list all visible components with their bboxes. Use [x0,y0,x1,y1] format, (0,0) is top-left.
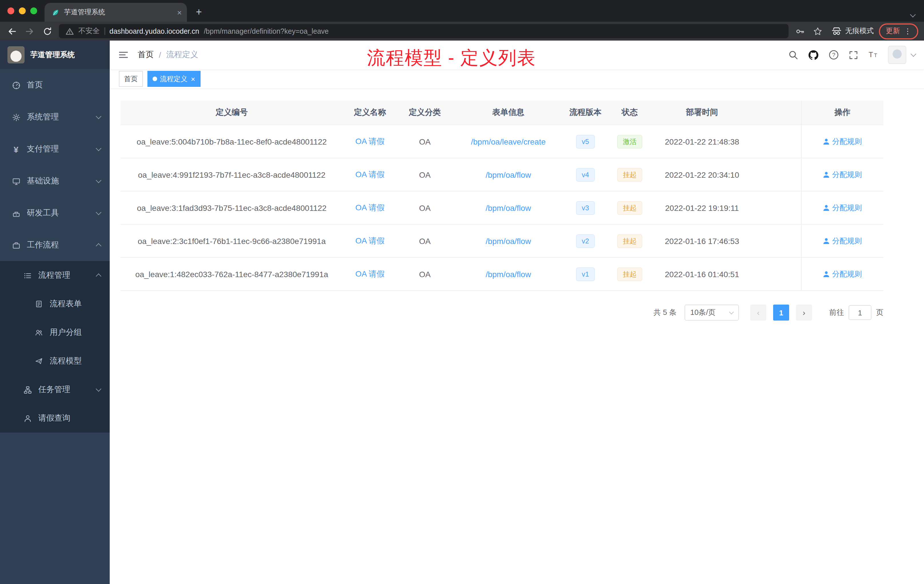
sidebar-item-home[interactable]: 首页 [0,69,110,101]
table-header-row: 定义编号 定义名称 定义分类 表单信息 流程版本 状态 部署时间 操作 [120,101,883,125]
update-button[interactable]: 更新 ⋮ [879,23,918,39]
tag-label: 流程定义 [160,74,187,84]
fullscreen-icon[interactable] [848,50,858,60]
definition-name-link[interactable]: OA 请假 [355,236,385,245]
sidebar-item-process-management[interactable]: 流程管理 [0,261,110,290]
zoom-window-button[interactable] [30,7,37,14]
sidebar-item-infrastructure[interactable]: 基础设施 [0,165,110,197]
active-dot [153,77,157,81]
user-avatar[interactable] [888,46,906,64]
assign-rule-link[interactable]: 分配规则 [823,170,862,180]
tag-close-icon[interactable]: × [191,75,195,82]
address-bar[interactable]: 不安全 dashboard.yudao.iocoder.cn/bpm/manag… [59,24,789,38]
tag-home[interactable]: 首页 [119,71,143,87]
next-page-button[interactable]: › [796,305,812,320]
document-icon [34,300,43,308]
sidebar-item-label: 基础设施 [27,176,90,186]
sidebar-item-workflow[interactable]: 工作流程 [0,229,110,261]
browser-tabstrip: 芋道管理系统 × + [0,0,924,22]
definition-name-link[interactable]: OA 请假 [355,203,385,212]
monitor-icon [12,177,21,185]
gear-icon [12,113,21,121]
avatar-caret-icon[interactable] [911,51,916,57]
col-deploy-time: 部署时间 [653,101,751,125]
sidebar-item-process-form[interactable]: 流程表单 [0,290,110,318]
sidebar-item-payment[interactable]: ¥ 支付管理 [0,133,110,165]
form-info-link[interactable]: /bpm/oa/flow [486,170,531,179]
sidebar-item-label: 流程管理 [38,270,90,280]
page-unit-label: 页 [876,307,883,318]
sidebar-item-system[interactable]: 系统管理 [0,101,110,133]
navbar-actions: ? TT [788,46,916,64]
browser-toolbar: 不安全 dashboard.yudao.iocoder.cn/bpm/manag… [0,22,924,41]
sidebar-item-label: 工作流程 [27,240,90,250]
version-tag: v1 [576,267,594,281]
sidebar-item-label: 用户分组 [50,327,101,338]
sidebar-item-process-model[interactable]: 流程模型 [0,347,110,375]
users-icon [34,328,43,337]
filler-cell [751,158,801,191]
definition-name-link[interactable]: OA 请假 [355,170,385,178]
prev-page-button[interactable]: ‹ [750,305,766,320]
col-definition-id: 定义编号 [120,101,343,125]
sidebar-item-dev-tools[interactable]: 研发工具 [0,197,110,229]
form-info-link[interactable]: /bpm/oa/flow [486,236,531,246]
sidebar-item-label: 研发工具 [27,208,90,218]
sidebar-item-label: 系统管理 [27,112,90,122]
assign-rule-link[interactable]: 分配规则 [823,236,862,246]
table-row: oa_leave:2:3c1f0ef1-76b1-11ec-9c66-a2380… [120,224,883,257]
chevron-down-icon [96,177,101,183]
svg-text:?: ? [832,52,835,58]
annotation-overlay: 流程模型 - 定义列表 [367,46,536,71]
table-header: 定义编号 定义名称 定义分类 表单信息 流程版本 状态 部署时间 操作 [120,101,883,125]
form-info-link[interactable]: /bpm/oa/leave/create [471,137,546,146]
sidebar-item-leave-query[interactable]: 请假查询 [0,404,110,432]
tab-search-chevron-icon[interactable] [911,8,915,19]
version-tag: v5 [576,135,594,148]
assign-rule-label: 分配规则 [832,203,862,213]
sidebar-item-user-group[interactable]: 用户分组 [0,318,110,347]
font-size-icon[interactable]: TT [868,50,878,60]
bookmark-star-icon[interactable] [812,26,824,36]
col-definition-category: 定义分类 [397,101,452,125]
help-icon[interactable]: ? [828,50,839,60]
tab-favicon-icon [51,8,59,16]
breadcrumb-home[interactable]: 首页 [138,50,154,60]
form-info-link[interactable]: /bpm/oa/flow [486,269,531,279]
back-button-icon[interactable] [6,26,18,36]
tag-process-definition[interactable]: 流程定义 × [147,71,200,87]
definition-name-link[interactable]: OA 请假 [355,136,385,145]
tab-close-icon[interactable]: × [177,8,182,16]
sidebar-item-task-management[interactable]: 任务管理 [0,375,110,404]
browser-tab[interactable]: 芋道管理系统 × [45,3,187,22]
assign-rule-link[interactable]: 分配规则 [823,136,862,147]
definition-category: OA [419,170,431,179]
assign-rule-link[interactable]: 分配规则 [823,269,862,279]
definition-name-link[interactable]: OA 请假 [355,269,385,278]
forward-button-icon[interactable] [23,26,36,36]
hamburger-icon[interactable] [118,50,129,60]
page-size-select[interactable]: 10条/页 [685,305,739,320]
form-info-link[interactable]: /bpm/oa/flow [486,203,531,212]
search-icon[interactable] [788,50,798,60]
list-icon [23,271,32,280]
security-label: 不安全 [78,26,100,36]
browser-menu-icon[interactable]: ⋮ [904,27,911,35]
deploy-time: 2022-01-16 17:46:53 [665,236,739,246]
minimize-window-button[interactable] [19,7,26,14]
pagination: 共 5 条 10条/页 ‹ 1 › 前往 页 [120,305,883,320]
assign-rule-link[interactable]: 分配规则 [823,203,862,213]
password-key-icon[interactable] [794,26,806,36]
toolbox-icon [12,209,21,218]
table-row: oa_leave:4:991f2193-7b7f-11ec-a3c8-acde4… [120,158,883,191]
reload-button-icon[interactable] [41,26,54,36]
github-icon[interactable] [808,49,819,60]
page-number-button[interactable]: 1 [773,305,789,320]
table-row: oa_leave:5:004b710b-7b8a-11ec-8ef0-acde4… [120,125,883,158]
close-window-button[interactable] [7,7,14,14]
table-row: oa_leave:1:482ec033-762a-11ec-8477-a2380… [120,257,883,290]
new-tab-button[interactable]: + [191,5,206,20]
goto-page-input[interactable] [848,305,871,320]
col-status: 状态 [607,101,653,125]
status-tag: 激活 [617,135,642,148]
